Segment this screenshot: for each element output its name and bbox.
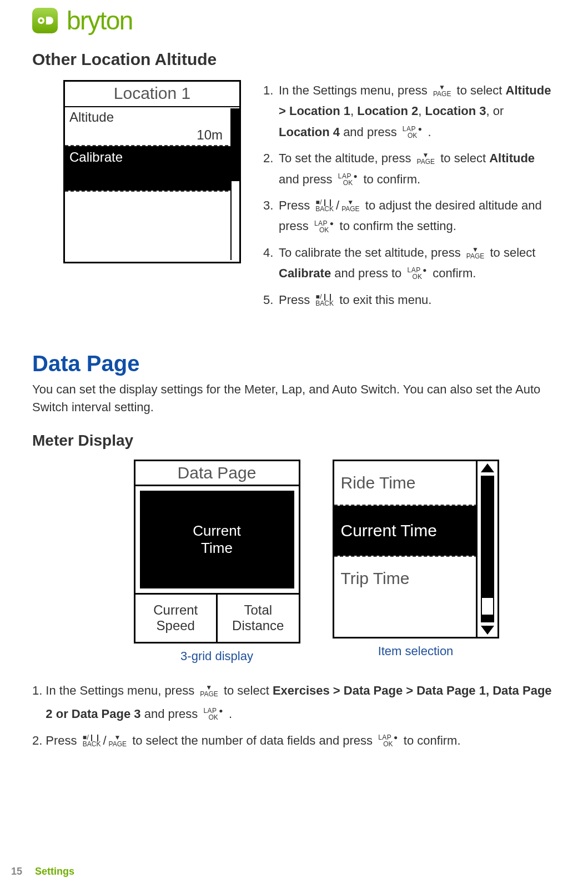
step-2: 2. To set the altitude, press ▼PAGE to s… [263,148,556,189]
scrollbar-track [481,476,494,622]
page-button-icon: ▼PAGE [466,246,484,260]
section-title-other-location-altitude: Other Location Altitude [32,50,556,69]
grid-cell-total-distance: Total Distance [216,595,299,642]
caption-item-selection: Item selection [378,644,454,658]
back-button-icon: ■/❙❙BACK [315,199,334,212]
footer-section-label: Settings [35,866,74,877]
brand-wordmark: bryton [67,6,133,36]
screen-title: Location 1 [65,82,239,107]
list-item: Trip Time [334,557,478,600]
meter-step-2: 2. Press ■/❙❙BACK/▼PAGE to select the nu… [32,729,556,752]
ok-button-icon: LAP ●OK [338,173,358,186]
ok-button-icon: LAP ●OK [403,126,423,139]
ok-button-icon: LAP ●OK [378,734,398,747]
altitude-value: 10m [65,127,239,145]
step-3: 3. Press ■/❙❙BACK/▼PAGE to adjust the de… [263,195,556,237]
meter-step-1: 1. In the Settings menu, press ▼PAGE to … [32,679,556,726]
page-footer: 15 Settings [11,866,74,877]
back-button-icon: ■/❙❙BACK [315,293,334,307]
brand-logo-icon [32,8,58,33]
page-button-icon: ▼PAGE [109,734,127,747]
step-1: 1. In the Settings menu, press ▼PAGE to … [263,80,556,142]
device-screen-3grid: Data Page Current Time Current Speed Tot… [134,460,300,644]
page-number: 15 [11,866,22,877]
screen-title: Data Page [135,461,299,486]
svg-point-1 [40,19,43,22]
page-button-icon: ▼PAGE [433,84,451,97]
scrollbar [230,108,239,260]
step-5: 5. Press ■/❙❙BACK to exit this menu. [263,290,556,310]
grid-cell-current-speed: Current Speed [135,595,217,642]
section-title-data-page: Data Page [32,351,556,376]
grid-cell-current-time: Current Time [140,491,294,588]
back-button-icon: ■/❙❙BACK [83,734,101,747]
scrollbar-thumb [232,108,239,181]
list-item-selected: Current Time [334,506,478,556]
caption-3grid: 3-grid display [180,649,253,663]
subsection-meter-display: Meter Display [32,432,556,450]
device-screen-location1: Location 1 Altitude 10m Calibrate [63,80,241,263]
brand-header: bryton [32,6,556,36]
scrollbar [476,461,497,637]
ok-button-icon: LAP ●OK [203,707,223,721]
altitude-label: Altitude [65,107,239,127]
page-button-icon: ▼PAGE [341,199,359,212]
page-button-icon: ▼PAGE [200,684,218,697]
ok-button-icon: LAP ●OK [407,267,427,280]
list-item: Ride Time [334,461,478,505]
arrow-up-icon [481,463,494,472]
device-screen-item-selection: Ride Time Current Time Trip Time [333,460,499,638]
instruction-list: 1. In the Settings menu, press ▼PAGE to … [263,80,556,316]
data-page-intro: You can set the display settings for the… [32,381,556,416]
ok-button-icon: LAP ●OK [314,220,334,233]
calibrate-row: Calibrate [65,146,239,191]
step-4: 4. To calibrate the set altitude, press … [263,242,556,284]
meter-instruction-list: 1. In the Settings menu, press ▼PAGE to … [32,679,556,752]
page-button-icon: ▼PAGE [417,152,435,165]
arrow-down-icon [481,626,494,635]
